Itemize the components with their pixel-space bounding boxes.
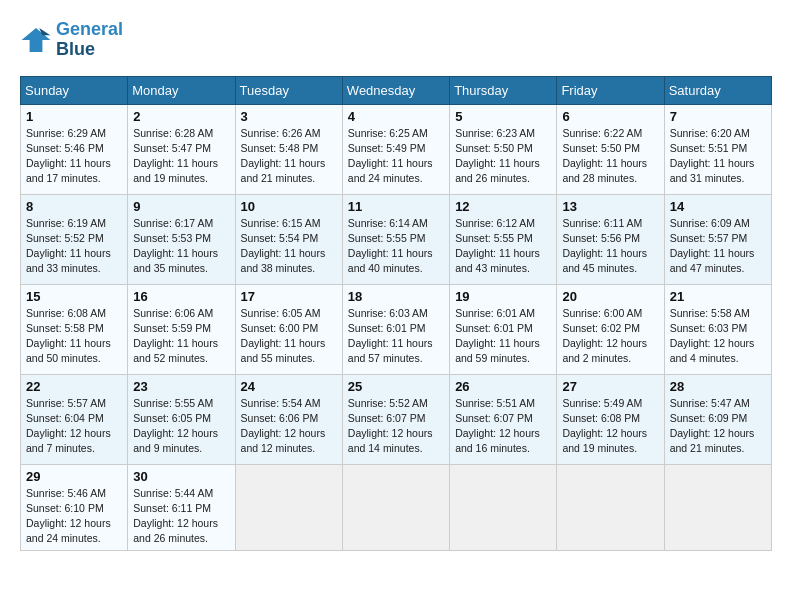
logo-text: General Blue	[56, 20, 123, 60]
col-header-friday: Friday	[557, 76, 664, 104]
day-number: 18	[348, 289, 444, 304]
calendar-cell: 19Sunrise: 6:01 AMSunset: 6:01 PMDayligh…	[450, 284, 557, 374]
calendar-cell: 1Sunrise: 6:29 AMSunset: 5:46 PMDaylight…	[21, 104, 128, 194]
day-number: 30	[133, 469, 229, 484]
calendar-cell: 12Sunrise: 6:12 AMSunset: 5:55 PMDayligh…	[450, 194, 557, 284]
calendar-cell: 2Sunrise: 6:28 AMSunset: 5:47 PMDaylight…	[128, 104, 235, 194]
calendar-cell: 9Sunrise: 6:17 AMSunset: 5:53 PMDaylight…	[128, 194, 235, 284]
calendar-cell	[235, 464, 342, 551]
day-number: 17	[241, 289, 337, 304]
day-info: Sunrise: 6:28 AMSunset: 5:47 PMDaylight:…	[133, 126, 229, 187]
calendar-cell: 7Sunrise: 6:20 AMSunset: 5:51 PMDaylight…	[664, 104, 771, 194]
day-number: 5	[455, 109, 551, 124]
day-info: Sunrise: 6:11 AMSunset: 5:56 PMDaylight:…	[562, 216, 658, 277]
day-number: 26	[455, 379, 551, 394]
day-info: Sunrise: 6:19 AMSunset: 5:52 PMDaylight:…	[26, 216, 122, 277]
day-info: Sunrise: 6:01 AMSunset: 6:01 PMDaylight:…	[455, 306, 551, 367]
day-number: 7	[670, 109, 766, 124]
calendar-cell	[342, 464, 449, 551]
calendar-week-3: 15Sunrise: 6:08 AMSunset: 5:58 PMDayligh…	[21, 284, 772, 374]
calendar-cell: 17Sunrise: 6:05 AMSunset: 6:00 PMDayligh…	[235, 284, 342, 374]
day-number: 16	[133, 289, 229, 304]
calendar-cell: 4Sunrise: 6:25 AMSunset: 5:49 PMDaylight…	[342, 104, 449, 194]
calendar-cell: 15Sunrise: 6:08 AMSunset: 5:58 PMDayligh…	[21, 284, 128, 374]
logo-icon	[20, 24, 52, 56]
calendar-cell: 3Sunrise: 6:26 AMSunset: 5:48 PMDaylight…	[235, 104, 342, 194]
calendar-cell: 11Sunrise: 6:14 AMSunset: 5:55 PMDayligh…	[342, 194, 449, 284]
svg-marker-0	[22, 28, 51, 52]
day-info: Sunrise: 6:00 AMSunset: 6:02 PMDaylight:…	[562, 306, 658, 367]
day-info: Sunrise: 6:05 AMSunset: 6:00 PMDaylight:…	[241, 306, 337, 367]
day-number: 28	[670, 379, 766, 394]
day-info: Sunrise: 6:14 AMSunset: 5:55 PMDaylight:…	[348, 216, 444, 277]
day-number: 10	[241, 199, 337, 214]
calendar-week-2: 8Sunrise: 6:19 AMSunset: 5:52 PMDaylight…	[21, 194, 772, 284]
day-info: Sunrise: 5:51 AMSunset: 6:07 PMDaylight:…	[455, 396, 551, 457]
day-info: Sunrise: 6:22 AMSunset: 5:50 PMDaylight:…	[562, 126, 658, 187]
day-number: 12	[455, 199, 551, 214]
day-number: 2	[133, 109, 229, 124]
calendar-cell: 16Sunrise: 6:06 AMSunset: 5:59 PMDayligh…	[128, 284, 235, 374]
day-info: Sunrise: 5:55 AMSunset: 6:05 PMDaylight:…	[133, 396, 229, 457]
col-header-tuesday: Tuesday	[235, 76, 342, 104]
day-info: Sunrise: 6:25 AMSunset: 5:49 PMDaylight:…	[348, 126, 444, 187]
calendar-cell: 20Sunrise: 6:00 AMSunset: 6:02 PMDayligh…	[557, 284, 664, 374]
calendar-header-row: SundayMondayTuesdayWednesdayThursdayFrid…	[21, 76, 772, 104]
day-number: 1	[26, 109, 122, 124]
col-header-saturday: Saturday	[664, 76, 771, 104]
calendar-week-4: 22Sunrise: 5:57 AMSunset: 6:04 PMDayligh…	[21, 374, 772, 464]
calendar-cell: 25Sunrise: 5:52 AMSunset: 6:07 PMDayligh…	[342, 374, 449, 464]
calendar-cell: 30Sunrise: 5:44 AMSunset: 6:11 PMDayligh…	[128, 464, 235, 551]
day-info: Sunrise: 5:54 AMSunset: 6:06 PMDaylight:…	[241, 396, 337, 457]
calendar-week-5: 29Sunrise: 5:46 AMSunset: 6:10 PMDayligh…	[21, 464, 772, 551]
calendar-cell: 14Sunrise: 6:09 AMSunset: 5:57 PMDayligh…	[664, 194, 771, 284]
day-number: 13	[562, 199, 658, 214]
calendar-cell: 6Sunrise: 6:22 AMSunset: 5:50 PMDaylight…	[557, 104, 664, 194]
day-info: Sunrise: 6:17 AMSunset: 5:53 PMDaylight:…	[133, 216, 229, 277]
day-info: Sunrise: 6:03 AMSunset: 6:01 PMDaylight:…	[348, 306, 444, 367]
calendar-cell: 29Sunrise: 5:46 AMSunset: 6:10 PMDayligh…	[21, 464, 128, 551]
page-header: General Blue	[20, 20, 772, 60]
day-number: 23	[133, 379, 229, 394]
day-info: Sunrise: 6:20 AMSunset: 5:51 PMDaylight:…	[670, 126, 766, 187]
day-info: Sunrise: 6:08 AMSunset: 5:58 PMDaylight:…	[26, 306, 122, 367]
calendar-cell: 13Sunrise: 6:11 AMSunset: 5:56 PMDayligh…	[557, 194, 664, 284]
day-number: 24	[241, 379, 337, 394]
day-info: Sunrise: 6:26 AMSunset: 5:48 PMDaylight:…	[241, 126, 337, 187]
day-number: 29	[26, 469, 122, 484]
day-info: Sunrise: 5:57 AMSunset: 6:04 PMDaylight:…	[26, 396, 122, 457]
day-number: 14	[670, 199, 766, 214]
day-number: 15	[26, 289, 122, 304]
calendar-cell	[557, 464, 664, 551]
calendar-cell: 5Sunrise: 6:23 AMSunset: 5:50 PMDaylight…	[450, 104, 557, 194]
day-info: Sunrise: 5:58 AMSunset: 6:03 PMDaylight:…	[670, 306, 766, 367]
calendar-cell: 18Sunrise: 6:03 AMSunset: 6:01 PMDayligh…	[342, 284, 449, 374]
col-header-sunday: Sunday	[21, 76, 128, 104]
day-info: Sunrise: 6:12 AMSunset: 5:55 PMDaylight:…	[455, 216, 551, 277]
calendar-cell: 21Sunrise: 5:58 AMSunset: 6:03 PMDayligh…	[664, 284, 771, 374]
day-number: 3	[241, 109, 337, 124]
day-number: 22	[26, 379, 122, 394]
day-info: Sunrise: 6:29 AMSunset: 5:46 PMDaylight:…	[26, 126, 122, 187]
day-info: Sunrise: 5:46 AMSunset: 6:10 PMDaylight:…	[26, 486, 122, 547]
calendar-cell: 10Sunrise: 6:15 AMSunset: 5:54 PMDayligh…	[235, 194, 342, 284]
day-info: Sunrise: 6:15 AMSunset: 5:54 PMDaylight:…	[241, 216, 337, 277]
day-number: 6	[562, 109, 658, 124]
day-number: 25	[348, 379, 444, 394]
calendar-week-1: 1Sunrise: 6:29 AMSunset: 5:46 PMDaylight…	[21, 104, 772, 194]
col-header-monday: Monday	[128, 76, 235, 104]
calendar-cell: 27Sunrise: 5:49 AMSunset: 6:08 PMDayligh…	[557, 374, 664, 464]
day-number: 27	[562, 379, 658, 394]
day-number: 4	[348, 109, 444, 124]
calendar-cell: 23Sunrise: 5:55 AMSunset: 6:05 PMDayligh…	[128, 374, 235, 464]
calendar-cell	[664, 464, 771, 551]
calendar-cell: 22Sunrise: 5:57 AMSunset: 6:04 PMDayligh…	[21, 374, 128, 464]
calendar-cell: 28Sunrise: 5:47 AMSunset: 6:09 PMDayligh…	[664, 374, 771, 464]
day-info: Sunrise: 6:09 AMSunset: 5:57 PMDaylight:…	[670, 216, 766, 277]
day-info: Sunrise: 5:44 AMSunset: 6:11 PMDaylight:…	[133, 486, 229, 547]
calendar-cell	[450, 464, 557, 551]
day-info: Sunrise: 6:06 AMSunset: 5:59 PMDaylight:…	[133, 306, 229, 367]
day-info: Sunrise: 6:23 AMSunset: 5:50 PMDaylight:…	[455, 126, 551, 187]
logo: General Blue	[20, 20, 123, 60]
day-number: 11	[348, 199, 444, 214]
